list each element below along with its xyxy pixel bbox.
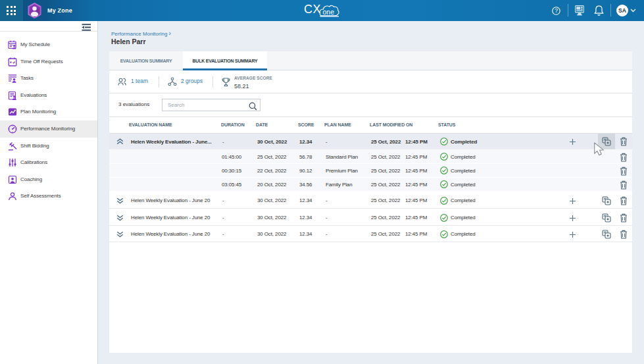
svg-text:?: ? <box>555 7 558 14</box>
svg-text:one: one <box>323 8 335 16</box>
svg-text:CX: CX <box>304 3 321 16</box>
